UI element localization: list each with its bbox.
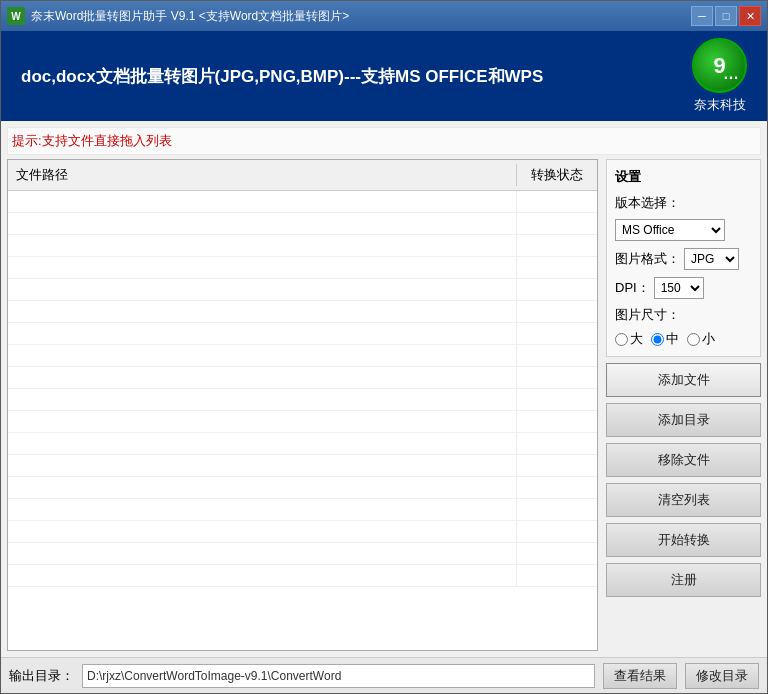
table-row [8, 521, 597, 543]
file-list-header: 文件路径 转换状态 [8, 160, 597, 191]
version-row: 版本选择： [615, 194, 752, 212]
logo-area: 9… 奈末科技 [692, 38, 747, 114]
app-icon: W [7, 7, 25, 25]
size-small-label: 小 [702, 330, 715, 348]
table-row [8, 565, 597, 587]
table-row [8, 455, 597, 477]
right-panel: 设置 版本选择： MS Office WPS 图片格式： [606, 159, 761, 651]
col-path-header: 文件路径 [8, 164, 517, 186]
col-status-header: 转换状态 [517, 164, 597, 186]
table-row [8, 499, 597, 521]
register-button[interactable]: 注册 [606, 563, 761, 597]
file-list-body[interactable] [8, 191, 597, 650]
output-label: 输出目录： [9, 667, 74, 685]
size-medium-option[interactable]: 中 [651, 330, 679, 348]
dpi-row: DPI： 72 96 150 200 300 [615, 277, 752, 299]
add-file-button[interactable]: 添加文件 [606, 363, 761, 397]
table-row [8, 323, 597, 345]
add-dir-button[interactable]: 添加目录 [606, 403, 761, 437]
remove-file-button[interactable]: 移除文件 [606, 443, 761, 477]
table-row [8, 367, 597, 389]
version-select-row: MS Office WPS [615, 219, 752, 241]
table-row [8, 279, 597, 301]
logo-dots: … [723, 65, 739, 83]
settings-section: 设置 版本选择： MS Office WPS 图片格式： [606, 159, 761, 357]
dpi-select[interactable]: 72 96 150 200 300 [654, 277, 704, 299]
settings-title: 设置 [615, 168, 752, 186]
action-buttons: 添加文件 添加目录 移除文件 清空列表 开始转换 注册 [606, 363, 761, 597]
version-label: 版本选择： [615, 194, 680, 212]
size-large-label: 大 [630, 330, 643, 348]
content-area: 文件路径 转换状态 [7, 159, 761, 651]
change-dir-button[interactable]: 修改目录 [685, 663, 759, 689]
maximize-button[interactable]: □ [715, 6, 737, 26]
clear-list-button[interactable]: 清空列表 [606, 483, 761, 517]
table-row [8, 235, 597, 257]
size-radio-group: 大 中 小 [615, 330, 752, 348]
logo-name: 奈末科技 [694, 96, 746, 114]
hint-bar: 提示:支持文件直接拖入列表 [7, 127, 761, 155]
size-large-radio[interactable] [615, 333, 628, 346]
footer: 输出目录： D:\rjxz\ConvertWordToImage-v9.1\Co… [1, 657, 767, 693]
table-row [8, 433, 597, 455]
header-banner: doc,docx文档批量转图片(JPG,PNG,BMP)---支持MS OFFI… [1, 31, 767, 121]
logo-icon: 9… [692, 38, 747, 93]
main-window: W 奈末Word批量转图片助手 V9.1 <支持Word文档批量转图片> ─ □… [0, 0, 768, 694]
title-bar: W 奈末Word批量转图片助手 V9.1 <支持Word文档批量转图片> ─ □… [1, 1, 767, 31]
title-bar-buttons: ─ □ ✕ [691, 6, 761, 26]
table-row [8, 213, 597, 235]
size-medium-label: 中 [666, 330, 679, 348]
table-row [8, 301, 597, 323]
minimize-button[interactable]: ─ [691, 6, 713, 26]
close-button[interactable]: ✕ [739, 6, 761, 26]
size-small-option[interactable]: 小 [687, 330, 715, 348]
format-row: 图片格式： JPG PNG BMP [615, 248, 752, 270]
header-text: doc,docx文档批量转图片(JPG,PNG,BMP)---支持MS OFFI… [21, 65, 543, 88]
table-row [8, 543, 597, 565]
size-medium-radio[interactable] [651, 333, 664, 346]
table-row [8, 191, 597, 213]
size-large-option[interactable]: 大 [615, 330, 643, 348]
size-small-radio[interactable] [687, 333, 700, 346]
format-label: 图片格式： [615, 250, 680, 268]
view-result-button[interactable]: 查看结果 [603, 663, 677, 689]
table-row [8, 389, 597, 411]
version-select[interactable]: MS Office WPS [615, 219, 725, 241]
start-convert-button[interactable]: 开始转换 [606, 523, 761, 557]
file-list-container: 文件路径 转换状态 [7, 159, 598, 651]
table-row [8, 477, 597, 499]
title-bar-left: W 奈末Word批量转图片助手 V9.1 <支持Word文档批量转图片> [7, 7, 349, 25]
table-row [8, 257, 597, 279]
output-path: D:\rjxz\ConvertWordToImage-v9.1\ConvertW… [82, 664, 595, 688]
hint-text: 提示:支持文件直接拖入列表 [12, 133, 172, 148]
table-row [8, 411, 597, 433]
main-content: 提示:支持文件直接拖入列表 文件路径 转换状态 [1, 121, 767, 657]
format-select[interactable]: JPG PNG BMP [684, 248, 739, 270]
size-label: 图片尺寸： [615, 307, 680, 322]
dpi-label: DPI： [615, 279, 650, 297]
window-title: 奈末Word批量转图片助手 V9.1 <支持Word文档批量转图片> [31, 8, 349, 25]
table-row [8, 345, 597, 367]
